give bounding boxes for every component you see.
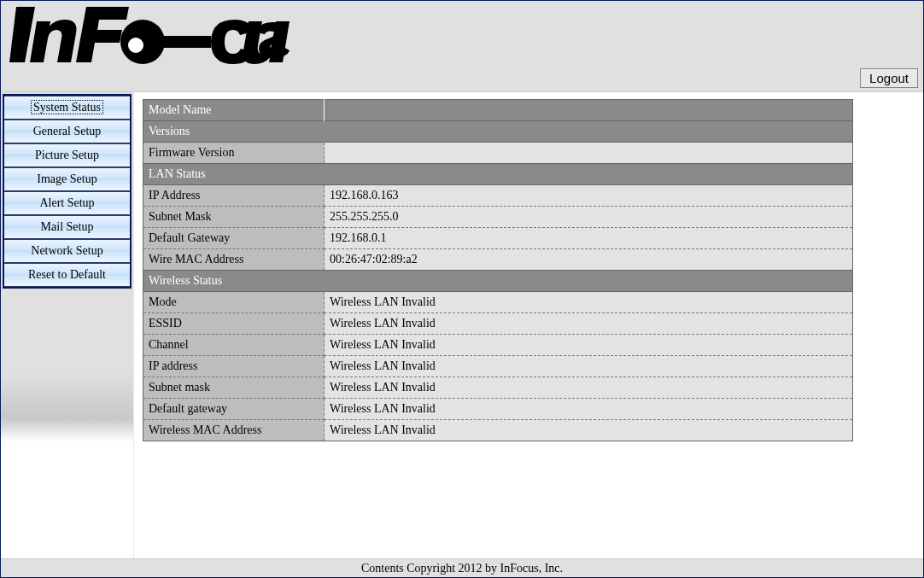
nav-item-picture-setup[interactable]: Picture Setup [4,143,130,167]
row-value: Wireless LAN Invalid [325,377,853,399]
row-label: IP Address [143,185,325,207]
header-bar: Logout [1,1,923,92]
nav-item-label: Image Setup [37,172,96,185]
row-value: Wireless LAN Invalid [325,356,853,377]
body-row: System StatusGeneral SetupPicture SetupI… [1,92,923,558]
row-label: Default Gateway [143,228,325,249]
nav-item-reset-to-default[interactable]: Reset to Default [4,263,130,287]
row-label: Wireless MAC Address [143,420,325,441]
nav-item-label: Picture Setup [35,149,99,161]
row-label: IP address [143,356,325,377]
sidebar: System StatusGeneral SetupPicture SetupI… [1,92,134,558]
content-area: Model NameVersionsFirmware VersionLAN St… [134,92,923,558]
row-value [325,143,853,164]
row-label: Firmware Version [143,143,325,164]
row-value: 00:26:47:02:89:a2 [325,249,853,271]
row-value: Wireless LAN Invalid [325,313,853,335]
row-label: ESSID [143,313,325,335]
app-frame: Logout System StatusGeneral SetupPicture… [0,0,924,578]
model-name-value [325,100,853,121]
nav-item-alert-setup[interactable]: Alert Setup [4,191,130,215]
row-value: Wireless LAN Invalid [325,420,853,441]
nav-item-label: System Status [31,100,103,114]
nav-item-general-setup[interactable]: General Setup [4,120,130,143]
row-label: Subnet mask [143,377,325,399]
nav-item-network-setup[interactable]: Network Setup [4,239,130,263]
nav-menu: System StatusGeneral SetupPicture SetupI… [3,94,132,289]
nav-item-label: Network Setup [31,244,102,257]
footer-bar: Contents Copyright 2012 by InFocus, Inc. [1,558,923,577]
row-label: Channel [143,335,325,356]
model-name-label: Model Name [143,100,325,121]
nav-item-label: Reset to Default [28,268,106,281]
row-value: 192.168.0.1 [325,228,853,249]
row-value: Wireless LAN Invalid [325,335,853,356]
status-table: Model NameVersionsFirmware VersionLAN St… [143,99,853,441]
row-value: 192.168.0.163 [325,185,853,207]
nav-item-label: General Setup [33,125,102,137]
svg-point-3 [128,38,143,53]
nav-item-label: Alert Setup [39,196,94,209]
section-header: Wireless Status [143,271,853,292]
nav-item-mail-setup[interactable]: Mail Setup [4,215,130,239]
nav-item-system-status[interactable]: System Status [4,96,130,120]
svg-rect-4 [160,36,211,48]
row-label: Mode [143,292,325,313]
svg-marker-1 [76,7,129,62]
section-header: LAN Status [143,164,853,185]
row-label: Subnet Mask [143,207,325,228]
nav-item-label: Mail Setup [41,220,94,233]
row-label: Wire MAC Address [143,249,325,271]
nav-item-image-setup[interactable]: Image Setup [4,167,130,191]
row-value: Wireless LAN Invalid [325,292,853,313]
section-header: Versions [143,121,853,143]
svg-marker-0 [9,7,35,62]
brand-logo [9,4,291,76]
row-label: Default gateway [143,399,325,420]
logout-button[interactable]: Logout [860,68,918,88]
row-value: 255.255.255.0 [325,207,853,228]
row-value: Wireless LAN Invalid [325,399,853,420]
